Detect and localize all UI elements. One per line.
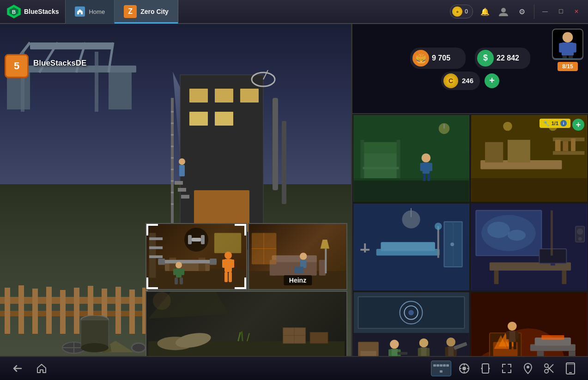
- svg-rect-232: [482, 364, 489, 373]
- key: [433, 364, 436, 367]
- topbar-coin-badge: ● 0: [450, 5, 473, 18]
- profile-button[interactable]: [497, 5, 510, 18]
- settings-button[interactable]: ⚙: [515, 5, 528, 18]
- sel-corner-br: [235, 277, 246, 289]
- topbar-coin-icon: ●: [452, 6, 462, 17]
- svg-rect-67: [158, 259, 165, 265]
- svg-rect-33: [282, 121, 286, 204]
- screenshot-button[interactable]: [541, 360, 558, 377]
- coin-resource: C 246: [441, 72, 480, 90]
- home-icon: [75, 6, 85, 17]
- svg-rect-68: [210, 259, 217, 265]
- svg-rect-75: [188, 235, 192, 244]
- minimize-button[interactable]: —: [540, 6, 550, 17]
- svg-point-176: [577, 229, 583, 235]
- game-right: 🍔 9 705 $ 22 842 C 246 +: [351, 24, 588, 380]
- add-coin-button[interactable]: +: [485, 73, 499, 88]
- svg-rect-44: [32, 289, 38, 334]
- upgrade-badge[interactable]: 🔧 1/1 i: [540, 119, 570, 128]
- svg-rect-15: [189, 89, 208, 103]
- svg-line-31: [263, 70, 268, 79]
- fullscreen-button[interactable]: [498, 360, 515, 377]
- svg-rect-19: [215, 112, 233, 126]
- svg-rect-133: [420, 163, 424, 171]
- tab-zerocity[interactable]: Z Zero City: [115, 0, 178, 24]
- svg-rect-85: [222, 259, 226, 268]
- location-button[interactable]: [520, 360, 536, 377]
- svg-point-114: [153, 292, 171, 310]
- svg-rect-81: [173, 269, 176, 275]
- svg-point-99: [300, 253, 307, 260]
- svg-rect-82: [182, 269, 184, 275]
- communications-room[interactable]: [470, 203, 588, 291]
- gym-person: [172, 261, 186, 284]
- svg-rect-91: [272, 255, 317, 262]
- svg-rect-171: [494, 271, 499, 284]
- close-button[interactable]: ✕: [571, 6, 582, 17]
- svg-rect-74: [192, 238, 201, 241]
- bottom-right-controls: [431, 360, 579, 377]
- storage-background: [146, 292, 346, 357]
- home-button[interactable]: [33, 360, 50, 377]
- medical-room[interactable]: [352, 203, 470, 291]
- game-left[interactable]: 5 BlueStacksDE: [0, 24, 351, 380]
- svg-point-61: [81, 343, 109, 352]
- gym-room[interactable]: [145, 223, 247, 290]
- svg-point-131: [422, 153, 431, 163]
- key: [440, 364, 443, 367]
- svg-rect-119: [559, 43, 563, 53]
- svg-rect-80: [180, 277, 183, 284]
- topbar-right: ● 0 🔔 ⚙ — ☐ ✕: [450, 4, 588, 19]
- svg-point-200: [446, 338, 455, 347]
- svg-rect-70: [149, 237, 163, 240]
- coin-row: C 246 +: [441, 72, 499, 90]
- svg-point-194: [419, 338, 429, 348]
- svg-point-169: [508, 230, 526, 241]
- svg-rect-18: [189, 112, 208, 126]
- bedroom-room[interactable]: Heinz: [248, 223, 347, 290]
- tab-zerocity-label: Zero City: [140, 8, 169, 15]
- svg-rect-124: [354, 178, 469, 202]
- room-label-heinz: Heinz: [284, 275, 312, 285]
- workshop-room[interactable]: 🔧 1/1 i +: [470, 114, 588, 203]
- svg-rect-132: [422, 163, 430, 174]
- svg-rect-94: [325, 248, 327, 273]
- svg-rect-72: [149, 255, 163, 258]
- storage-room[interactable]: [145, 291, 347, 358]
- svg-rect-5: [30, 42, 113, 49]
- svg-rect-136: [427, 174, 430, 181]
- svg-point-39: [179, 158, 185, 165]
- barracks-room[interactable]: [352, 114, 470, 203]
- keyboard-toggle[interactable]: [431, 361, 451, 376]
- avatar-area[interactable]: 8/15: [552, 29, 583, 71]
- tab-home[interactable]: Home: [65, 0, 115, 24]
- topbar-coin-value: 0: [465, 8, 468, 15]
- svg-line-108: [242, 332, 242, 341]
- svg-rect-87: [224, 272, 228, 282]
- zerocity-tab-icon: Z: [124, 5, 137, 18]
- drain-pipe: [79, 315, 111, 352]
- svg-rect-42: [5, 288, 10, 334]
- device-button[interactable]: [562, 360, 579, 377]
- svg-rect-102: [299, 266, 303, 273]
- back-button[interactable]: [9, 360, 26, 377]
- player-avatar[interactable]: [552, 29, 583, 60]
- bluestacks-logo[interactable]: B BlueStacks: [0, 4, 65, 19]
- svg-rect-88: [229, 272, 232, 282]
- capacity-badge: 8/15: [558, 62, 577, 71]
- svg-point-83: [224, 252, 232, 259]
- svg-rect-73: [214, 233, 241, 253]
- svg-rect-178: [551, 211, 553, 256]
- notification-button[interactable]: 🔔: [479, 5, 491, 18]
- svg-rect-122: [569, 55, 573, 58]
- sel-corner-tl: [146, 224, 158, 235]
- sel-corner-tr: [235, 224, 246, 235]
- key: [436, 364, 439, 367]
- svg-point-227: [462, 367, 466, 370]
- plus-button-workshop[interactable]: +: [572, 119, 584, 131]
- camera-button[interactable]: [456, 360, 473, 377]
- screen-rotate-button[interactable]: [477, 360, 494, 377]
- svg-rect-135: [423, 174, 425, 181]
- maximize-button[interactable]: ☐: [556, 6, 566, 17]
- svg-rect-79: [175, 277, 178, 284]
